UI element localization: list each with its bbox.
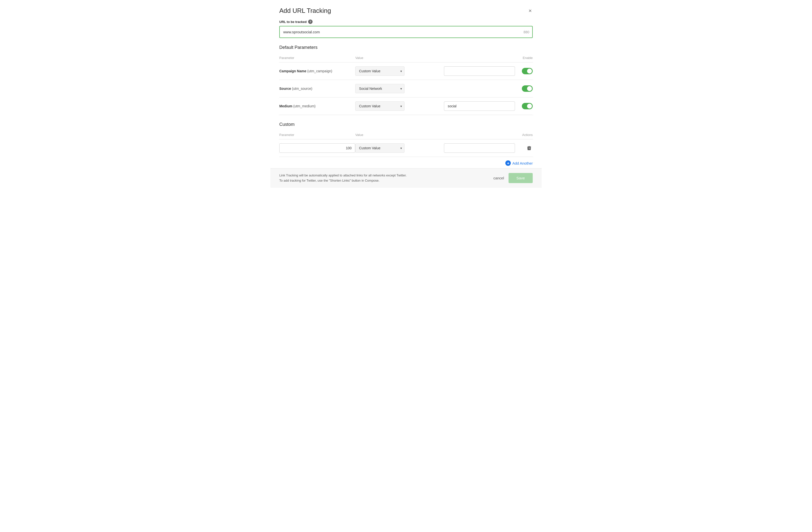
select-wrapper: Social Network Custom Value Social Netwo… [355,84,405,93]
footer-info-line2: To add tracking for Twitter, use the "Sh… [279,178,406,183]
table-row: Campaign Name (utm_campaign) Custom Valu… [279,62,533,80]
col-header-enable: Enable [515,54,533,62]
text-value-input-0[interactable] [444,66,515,76]
select-wrapper: Custom Value Custom Value Social Network… [355,101,405,111]
toggle-ball [527,104,532,109]
add-icon: + [505,160,511,166]
table-row: Medium (utm_medium) Custom Value Custom … [279,97,533,115]
modal-footer: Link Tracking will be automatically appl… [271,168,541,188]
add-another-row: + Add Another [279,157,533,168]
table-row: Custom Value Custom Value Social Network… [279,139,533,157]
custom-section: Custom Parameter Value Actions Custom Va… [279,122,533,168]
col-custom-value: Value [355,131,444,139]
default-params-title: Default Parameters [279,45,533,50]
custom-params-table: Parameter Value Actions Custom Value Cus… [279,131,533,157]
table-row: Source (utm_source) Social Network Custo… [279,80,533,97]
toggle-ball [527,69,532,73]
toggle-ball [527,86,532,91]
custom-param-input-0[interactable] [279,143,355,153]
footer-actions: cancel Save [493,173,533,183]
default-params-table: Parameter Value Enable Campaign Name (ut… [279,54,533,115]
modal-body: URL to be tracked ? 880 Default Paramete… [271,19,541,168]
value-select-1[interactable]: Social Network Custom Value Social Netwo… [355,84,405,93]
select-wrapper: Custom Value Custom Value Social Network… [355,66,405,76]
trash-icon [527,145,532,151]
modal-header: Add URL Tracking × [271,0,541,19]
footer-info: Link Tracking will be automatically appl… [279,173,406,183]
add-url-tracking-modal: Add URL Tracking × URL to be tracked ? 8… [271,0,541,188]
add-another-button[interactable]: + Add Another [505,160,533,166]
help-icon[interactable]: ? [308,19,313,24]
modal-title: Add URL Tracking [279,7,331,15]
url-input-wrapper: 880 [279,26,533,38]
value-select-0[interactable]: Custom Value Custom Value Social Network [355,66,405,76]
col-header-parameter: Parameter [279,54,355,62]
custom-value-select-0[interactable]: Custom Value Custom Value Social Network [355,143,405,153]
custom-text-input-0[interactable] [444,143,515,153]
default-params-header: Parameter Value Enable [279,54,533,62]
custom-section-title: Custom [279,122,533,127]
url-input[interactable] [279,26,533,38]
delete-button-0[interactable] [515,144,533,152]
url-label: URL to be tracked ? [279,19,533,24]
col-custom-parameter: Parameter [279,131,355,139]
enable-toggle-1[interactable]: ✓ [522,85,533,92]
close-button[interactable]: × [527,7,533,15]
text-value-input-2[interactable] [444,101,515,111]
value-select-2[interactable]: Custom Value Custom Value Social Network [355,101,405,111]
custom-select-wrapper-0: Custom Value Custom Value Social Network… [355,143,405,153]
enable-toggle-0[interactable]: ✓ [522,68,533,74]
url-char-count: 880 [524,30,529,34]
footer-info-line1: Link Tracking will be automatically appl… [279,173,406,178]
col-custom-actions: Actions [515,131,533,139]
col-header-value: Value [355,54,515,62]
save-button[interactable]: Save [509,173,533,183]
enable-toggle-2[interactable]: ✓ [522,103,533,109]
add-another-label: Add Another [512,161,533,165]
custom-params-header: Parameter Value Actions [279,131,533,139]
cancel-button[interactable]: cancel [493,176,504,180]
